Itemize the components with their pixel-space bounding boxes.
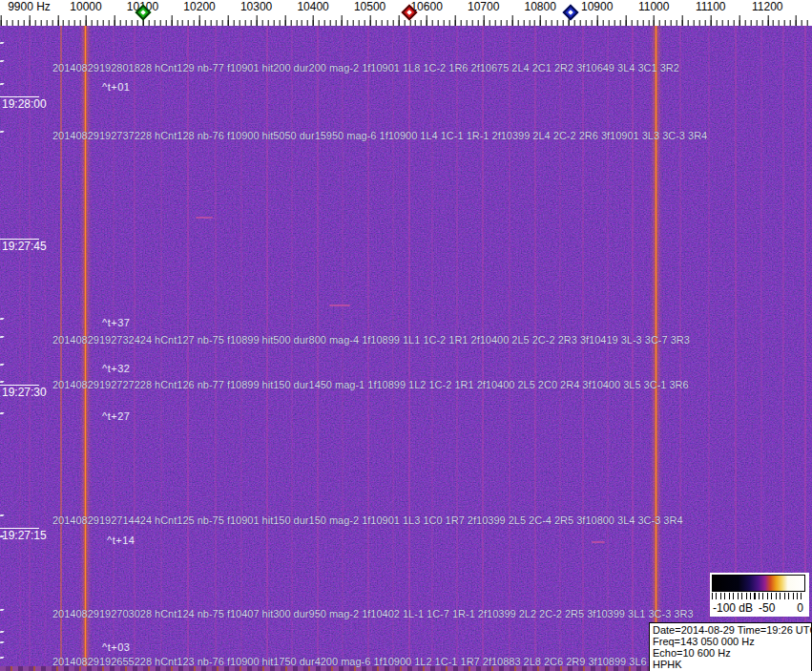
freq-label: 11100 — [695, 1, 727, 13]
noise-line — [215, 26, 217, 671]
noise-line — [240, 26, 242, 671]
noise-line — [44, 26, 46, 671]
freq-label: 10200 — [182, 1, 216, 13]
info-frequency: Freq=143 050 000 Hz — [653, 636, 811, 647]
noise-dash — [592, 541, 605, 543]
relative-time-marker: ^t+03 — [102, 642, 130, 653]
freq-label: 11200 — [751, 1, 783, 13]
freq-label: 11000 — [637, 1, 670, 13]
noise-line — [392, 26, 394, 671]
noise-line — [582, 26, 584, 671]
freq-label: 10000 — [69, 1, 102, 13]
noise-line — [29, 26, 31, 671]
carrier-line-bright — [84, 26, 87, 671]
event-annotation: 20140829192737228 hCnt128 nb-76 f10900 h… — [52, 131, 707, 141]
noise-line — [509, 26, 510, 671]
noise-line — [367, 26, 369, 671]
marker-center-dot — [406, 10, 412, 15]
noise-line — [456, 26, 458, 671]
legend-label-max: 0 — [797, 601, 803, 615]
noise-line — [534, 26, 536, 671]
noise-line — [19, 26, 21, 671]
color-gradient-bar — [712, 575, 805, 592]
noise-line — [342, 26, 344, 671]
color-scale-legend: -100 dB -50 0 — [710, 573, 809, 617]
noise-texture — [0, 26, 812, 671]
carrier-line-bright — [655, 26, 657, 671]
freq-label: 9900 Hz — [7, 1, 52, 13]
event-annotation: 20140829192714424 hCnt125 nb-75 f10901 h… — [52, 515, 683, 526]
freq-label: 10700 — [467, 1, 500, 13]
noise-line — [632, 26, 634, 671]
info-date-time: Date=2014-08-29 Time=19:26 UTC — [653, 624, 811, 636]
freq-label: 10900 — [580, 1, 614, 13]
info-station-id: HPHK — [653, 659, 811, 670]
noise-line — [60, 26, 62, 671]
relative-time-marker: ^t+32 — [102, 364, 130, 374]
noise-line — [559, 26, 561, 671]
time-label: 19:27:15 — [2, 530, 47, 541]
noise-line — [408, 26, 410, 671]
spectrogram-waterfall: 20140829192801828 hCnt129 nb-77 f10901 h… — [0, 26, 812, 671]
noise-line — [134, 26, 135, 671]
noise-line — [291, 26, 293, 671]
event-annotation: 20140829192703028 hCnt124 nb-75 f10407 h… — [52, 609, 694, 619]
info-echo: Echo=10 600 Hz — [653, 647, 811, 659]
relative-time-marker: ^t+37 — [102, 318, 130, 328]
noise-dash — [329, 304, 350, 306]
freq-label: 10800 — [523, 1, 556, 13]
spectrum-lab-window: 9900 Hz100001010010200103001040010500106… — [0, 0, 812, 671]
marker-center-dot — [568, 10, 573, 15]
marker-blue[interactable] — [563, 5, 579, 21]
event-annotation: 20140829192655228 hCnt123 nb-76 f10900 h… — [52, 657, 663, 667]
noise-line — [482, 26, 484, 671]
time-label: 19:27:45 — [2, 241, 47, 252]
noise-line — [160, 26, 162, 671]
relative-time-marker: ^t+14 — [107, 535, 135, 546]
legend-label-mid: -50 — [759, 601, 775, 615]
frequency-ruler: 9900 Hz100001010010200103001040010500106… — [0, 0, 812, 26]
freq-label: 10300 — [239, 1, 273, 13]
legend-tick-ruler — [712, 593, 805, 599]
legend-label-min: -100 dB — [713, 601, 753, 615]
noise-dash — [196, 217, 213, 219]
noise-line — [679, 26, 681, 671]
event-annotation: 20140829192801828 hCnt129 nb-77 f10901 h… — [52, 63, 679, 73]
noise-line — [187, 26, 189, 671]
noise-line — [607, 26, 609, 671]
noise-line — [317, 26, 319, 671]
info-box: Date=2014-08-29 Time=19:26 UTC Freq=143 … — [649, 622, 812, 671]
freq-label: 10500 — [353, 1, 386, 13]
event-annotation: 20140829192732424 hCnt127 nb-75 f10899 h… — [52, 335, 690, 346]
time-label: 19:28:00 — [2, 98, 47, 110]
noise-line — [113, 26, 115, 671]
relative-time-marker: ^t+01 — [102, 82, 130, 93]
noise-line — [431, 26, 433, 671]
noise-line — [266, 26, 268, 671]
marker-center-dot — [140, 10, 146, 15]
freq-label: 10400 — [296, 1, 329, 13]
event-annotation: 20140829192727228 hCnt126 nb-77 f10899 h… — [52, 380, 689, 390]
relative-time-marker: ^t+27 — [102, 411, 130, 422]
time-label: 19:27:30 — [2, 387, 47, 398]
